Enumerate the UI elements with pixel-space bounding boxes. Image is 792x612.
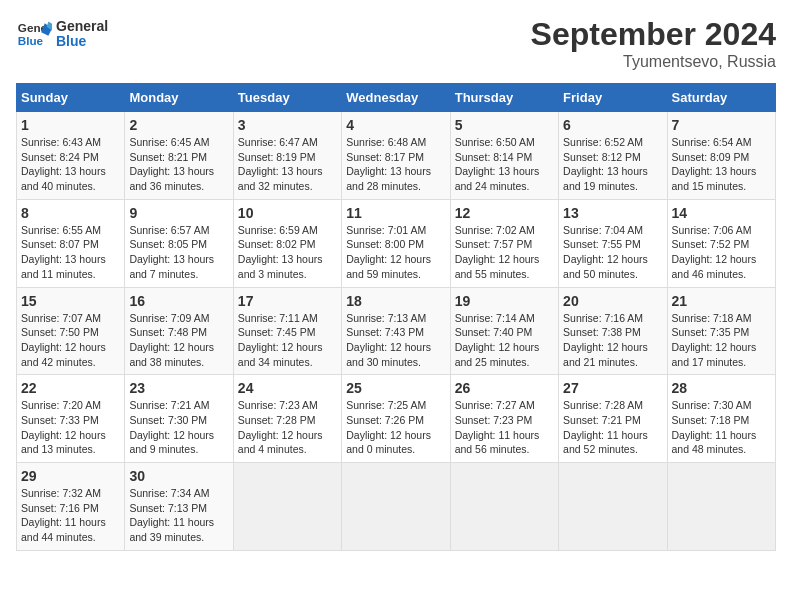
calendar-cell [559,463,667,551]
header-cell-sunday: Sunday [17,84,125,112]
calendar-cell: 18Sunrise: 7:13 AM Sunset: 7:43 PM Dayli… [342,287,450,375]
calendar-cell: 8Sunrise: 6:55 AM Sunset: 8:07 PM Daylig… [17,199,125,287]
calendar-cell: 5Sunrise: 6:50 AM Sunset: 8:14 PM Daylig… [450,112,558,200]
calendar-cell: 4Sunrise: 6:48 AM Sunset: 8:17 PM Daylig… [342,112,450,200]
day-number: 23 [129,380,228,396]
calendar-cell: 11Sunrise: 7:01 AM Sunset: 8:00 PM Dayli… [342,199,450,287]
calendar-cell: 14Sunrise: 7:06 AM Sunset: 7:52 PM Dayli… [667,199,775,287]
day-info: Sunrise: 6:43 AM Sunset: 8:24 PM Dayligh… [21,135,120,194]
calendar-cell: 10Sunrise: 6:59 AM Sunset: 8:02 PM Dayli… [233,199,341,287]
day-number: 2 [129,117,228,133]
calendar-cell: 21Sunrise: 7:18 AM Sunset: 7:35 PM Dayli… [667,287,775,375]
day-info: Sunrise: 7:21 AM Sunset: 7:30 PM Dayligh… [129,398,228,457]
day-number: 10 [238,205,337,221]
calendar-cell: 20Sunrise: 7:16 AM Sunset: 7:38 PM Dayli… [559,287,667,375]
day-number: 30 [129,468,228,484]
day-number: 20 [563,293,662,309]
day-info: Sunrise: 6:54 AM Sunset: 8:09 PM Dayligh… [672,135,771,194]
day-info: Sunrise: 7:30 AM Sunset: 7:18 PM Dayligh… [672,398,771,457]
svg-text:Blue: Blue [18,34,44,47]
calendar-cell: 7Sunrise: 6:54 AM Sunset: 8:09 PM Daylig… [667,112,775,200]
day-number: 29 [21,468,120,484]
calendar-cell: 15Sunrise: 7:07 AM Sunset: 7:50 PM Dayli… [17,287,125,375]
calendar-cell: 19Sunrise: 7:14 AM Sunset: 7:40 PM Dayli… [450,287,558,375]
day-number: 11 [346,205,445,221]
calendar-cell [342,463,450,551]
month-title: September 2024 [531,16,776,53]
day-info: Sunrise: 6:52 AM Sunset: 8:12 PM Dayligh… [563,135,662,194]
day-info: Sunrise: 7:04 AM Sunset: 7:55 PM Dayligh… [563,223,662,282]
day-number: 9 [129,205,228,221]
day-info: Sunrise: 7:01 AM Sunset: 8:00 PM Dayligh… [346,223,445,282]
day-info: Sunrise: 7:23 AM Sunset: 7:28 PM Dayligh… [238,398,337,457]
day-info: Sunrise: 7:32 AM Sunset: 7:16 PM Dayligh… [21,486,120,545]
calendar-cell: 28Sunrise: 7:30 AM Sunset: 7:18 PM Dayli… [667,375,775,463]
location: Tyumentsevo, Russia [531,53,776,71]
day-info: Sunrise: 6:59 AM Sunset: 8:02 PM Dayligh… [238,223,337,282]
day-info: Sunrise: 7:20 AM Sunset: 7:33 PM Dayligh… [21,398,120,457]
day-number: 28 [672,380,771,396]
day-info: Sunrise: 7:14 AM Sunset: 7:40 PM Dayligh… [455,311,554,370]
day-info: Sunrise: 7:34 AM Sunset: 7:13 PM Dayligh… [129,486,228,545]
day-info: Sunrise: 7:25 AM Sunset: 7:26 PM Dayligh… [346,398,445,457]
calendar-cell: 1Sunrise: 6:43 AM Sunset: 8:24 PM Daylig… [17,112,125,200]
day-number: 21 [672,293,771,309]
week-row-5: 29Sunrise: 7:32 AM Sunset: 7:16 PM Dayli… [17,463,776,551]
day-info: Sunrise: 6:45 AM Sunset: 8:21 PM Dayligh… [129,135,228,194]
header-cell-saturday: Saturday [667,84,775,112]
day-number: 13 [563,205,662,221]
day-number: 12 [455,205,554,221]
day-info: Sunrise: 7:06 AM Sunset: 7:52 PM Dayligh… [672,223,771,282]
day-info: Sunrise: 6:57 AM Sunset: 8:05 PM Dayligh… [129,223,228,282]
calendar-cell: 24Sunrise: 7:23 AM Sunset: 7:28 PM Dayli… [233,375,341,463]
day-info: Sunrise: 7:13 AM Sunset: 7:43 PM Dayligh… [346,311,445,370]
day-number: 6 [563,117,662,133]
day-info: Sunrise: 6:50 AM Sunset: 8:14 PM Dayligh… [455,135,554,194]
day-number: 14 [672,205,771,221]
day-number: 4 [346,117,445,133]
calendar-body: 1Sunrise: 6:43 AM Sunset: 8:24 PM Daylig… [17,112,776,551]
logo: General Blue General Blue [16,16,108,52]
day-number: 3 [238,117,337,133]
day-info: Sunrise: 7:18 AM Sunset: 7:35 PM Dayligh… [672,311,771,370]
day-info: Sunrise: 6:48 AM Sunset: 8:17 PM Dayligh… [346,135,445,194]
calendar-cell: 25Sunrise: 7:25 AM Sunset: 7:26 PM Dayli… [342,375,450,463]
header-cell-wednesday: Wednesday [342,84,450,112]
day-info: Sunrise: 7:09 AM Sunset: 7:48 PM Dayligh… [129,311,228,370]
calendar-cell: 9Sunrise: 6:57 AM Sunset: 8:05 PM Daylig… [125,199,233,287]
day-info: Sunrise: 7:27 AM Sunset: 7:23 PM Dayligh… [455,398,554,457]
day-number: 22 [21,380,120,396]
header-cell-monday: Monday [125,84,233,112]
calendar-cell: 2Sunrise: 6:45 AM Sunset: 8:21 PM Daylig… [125,112,233,200]
calendar-cell: 27Sunrise: 7:28 AM Sunset: 7:21 PM Dayli… [559,375,667,463]
header-cell-thursday: Thursday [450,84,558,112]
day-info: Sunrise: 6:47 AM Sunset: 8:19 PM Dayligh… [238,135,337,194]
week-row-2: 8Sunrise: 6:55 AM Sunset: 8:07 PM Daylig… [17,199,776,287]
day-number: 17 [238,293,337,309]
header-cell-friday: Friday [559,84,667,112]
calendar-cell [450,463,558,551]
calendar-cell [667,463,775,551]
calendar-header: SundayMondayTuesdayWednesdayThursdayFrid… [17,84,776,112]
calendar-cell: 12Sunrise: 7:02 AM Sunset: 7:57 PM Dayli… [450,199,558,287]
day-number: 7 [672,117,771,133]
day-info: Sunrise: 7:28 AM Sunset: 7:21 PM Dayligh… [563,398,662,457]
header-cell-tuesday: Tuesday [233,84,341,112]
logo-blue-text: Blue [56,34,108,49]
calendar-cell: 13Sunrise: 7:04 AM Sunset: 7:55 PM Dayli… [559,199,667,287]
calendar-cell: 17Sunrise: 7:11 AM Sunset: 7:45 PM Dayli… [233,287,341,375]
day-number: 1 [21,117,120,133]
calendar-cell: 6Sunrise: 6:52 AM Sunset: 8:12 PM Daylig… [559,112,667,200]
logo-general-text: General [56,19,108,34]
calendar-cell: 30Sunrise: 7:34 AM Sunset: 7:13 PM Dayli… [125,463,233,551]
calendar-table: SundayMondayTuesdayWednesdayThursdayFrid… [16,83,776,551]
day-info: Sunrise: 7:02 AM Sunset: 7:57 PM Dayligh… [455,223,554,282]
week-row-3: 15Sunrise: 7:07 AM Sunset: 7:50 PM Dayli… [17,287,776,375]
day-number: 19 [455,293,554,309]
calendar-cell: 16Sunrise: 7:09 AM Sunset: 7:48 PM Dayli… [125,287,233,375]
day-number: 24 [238,380,337,396]
day-number: 15 [21,293,120,309]
day-info: Sunrise: 7:16 AM Sunset: 7:38 PM Dayligh… [563,311,662,370]
calendar-cell: 3Sunrise: 6:47 AM Sunset: 8:19 PM Daylig… [233,112,341,200]
calendar-cell: 23Sunrise: 7:21 AM Sunset: 7:30 PM Dayli… [125,375,233,463]
